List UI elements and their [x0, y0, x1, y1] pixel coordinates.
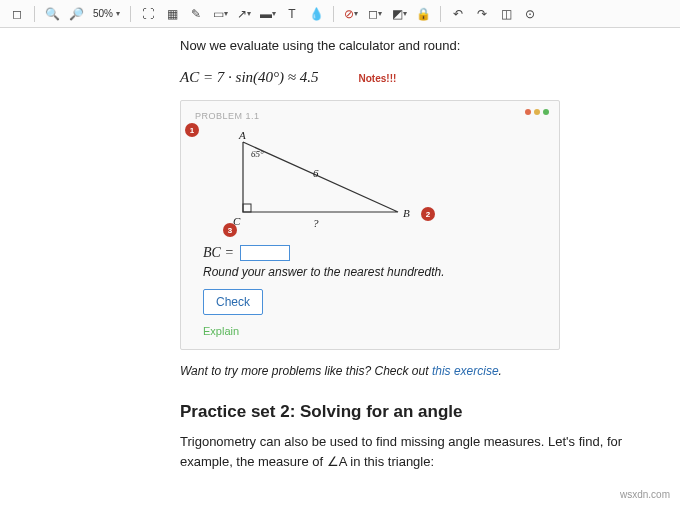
watermark: wsxdn.com	[620, 489, 670, 500]
text-icon[interactable]: T	[281, 4, 303, 24]
explain-link[interactable]: Explain	[203, 325, 545, 337]
move-icon[interactable]: ⛶	[137, 4, 159, 24]
shape-icon[interactable]: ▭▾	[209, 4, 231, 24]
label-base: ?	[313, 217, 319, 229]
no-fill-icon[interactable]: ⊘▾	[340, 4, 362, 24]
label-angle: 65°	[251, 149, 264, 159]
zoom-in-icon[interactable]: 🔍	[41, 4, 63, 24]
redo-icon[interactable]: ↷	[471, 4, 493, 24]
more-suffix: .	[499, 364, 502, 378]
settings-icon[interactable]: ⊙	[519, 4, 541, 24]
marker-2[interactable]: 2	[421, 207, 435, 221]
more-prefix: Want to try more problems like this? Che…	[180, 364, 432, 378]
intro-text: Now we evaluate using the calculator and…	[180, 38, 640, 53]
notes-annotation[interactable]: Notes!!!	[359, 73, 397, 84]
chevron-down-icon: ▾	[116, 9, 120, 18]
equation-row: AC = 7 · sin(40°) ≈ 4.5 Notes!!!	[180, 69, 640, 86]
separator	[34, 6, 35, 22]
marker-3[interactable]: 3	[223, 223, 237, 237]
callout-icon[interactable]: ▬▾	[257, 4, 279, 24]
bc-label: BC =	[203, 245, 234, 261]
label-B: B	[403, 207, 410, 219]
separator	[130, 6, 131, 22]
fill-icon[interactable]: 💧	[305, 4, 327, 24]
lock-icon[interactable]: 🔒	[412, 4, 434, 24]
page-content: Now we evaluate using the calculator and…	[0, 28, 680, 491]
section-paragraph: Trigonometry can also be used to find mi…	[180, 432, 640, 471]
zoom-value: 50%	[93, 8, 113, 19]
check-button[interactable]: Check	[203, 289, 263, 315]
layers-icon[interactable]: ◫	[495, 4, 517, 24]
svg-rect-0	[243, 204, 251, 212]
outline-icon[interactable]: ◻▾	[364, 4, 386, 24]
label-hyp: 6	[313, 167, 319, 179]
more-problems-line: Want to try more problems like this? Che…	[180, 364, 640, 378]
zoom-level[interactable]: 50% ▾	[89, 8, 124, 19]
mask-icon[interactable]: ◩▾	[388, 4, 410, 24]
marker-1[interactable]: 1	[185, 123, 199, 137]
crop-icon[interactable]: ◻	[6, 4, 28, 24]
problem-panel: PROBLEM 1.1 1 A B C 65° 6 ? 2 3 BC = Rou…	[180, 100, 560, 350]
dot-red-icon	[525, 109, 531, 115]
toolbar: ◻ 🔍 🔎 50% ▾ ⛶ ▦ ✎ ▭▾ ↗▾ ▬▾ T 💧 ⊘▾ ◻▾ ◩▾ …	[0, 0, 680, 28]
triangle-diagram: A B C 65° 6 ? 2 3	[203, 127, 463, 237]
zoom-out-icon[interactable]: 🔎	[65, 4, 87, 24]
problem-header: PROBLEM 1.1	[195, 111, 545, 121]
separator	[440, 6, 441, 22]
arrow-icon[interactable]: ↗▾	[233, 4, 255, 24]
exercise-link[interactable]: this exercise	[432, 364, 499, 378]
answer-input[interactable]	[240, 245, 290, 261]
dot-yellow-icon	[534, 109, 540, 115]
undo-icon[interactable]: ↶	[447, 4, 469, 24]
dot-green-icon	[543, 109, 549, 115]
equation: AC = 7 · sin(40°) ≈ 4.5	[180, 69, 319, 86]
label-A: A	[239, 129, 246, 141]
section-heading: Practice set 2: Solving for an angle	[180, 402, 640, 422]
answer-row: BC =	[203, 245, 545, 261]
round-hint: Round your answer to the nearest hundred…	[203, 265, 545, 279]
separator	[333, 6, 334, 22]
panel-dots	[525, 109, 549, 115]
pen-icon[interactable]: ✎	[185, 4, 207, 24]
select-icon[interactable]: ▦	[161, 4, 183, 24]
